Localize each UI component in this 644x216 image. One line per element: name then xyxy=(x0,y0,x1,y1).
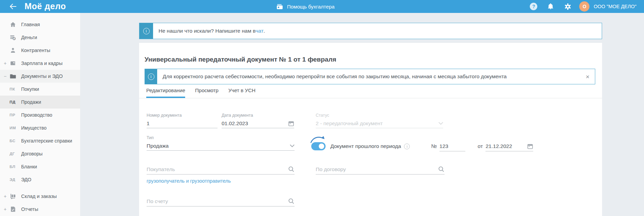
company-name[interactable]: ООО "МОЕ ДЕЛО" xyxy=(594,4,636,9)
document-date-input[interactable] xyxy=(222,120,286,127)
accountant-help-label: Помощь бухгалтера xyxy=(287,4,334,10)
calendar-icon[interactable] xyxy=(288,120,294,127)
info-icon: i xyxy=(145,69,157,84)
past-number-input[interactable] xyxy=(439,143,465,149)
document-number-field: Номер документа xyxy=(147,113,218,128)
buyer-search-input[interactable] xyxy=(147,166,286,172)
document-number-input[interactable] xyxy=(147,120,218,127)
status-select[interactable]: 2 - передаточный документ xyxy=(316,119,443,128)
contract-field xyxy=(316,164,445,175)
invoice-search-input[interactable] xyxy=(147,198,286,204)
close-icon[interactable]: × xyxy=(586,73,589,80)
expand-plus-icon[interactable]: + xyxy=(3,194,8,199)
home-icon xyxy=(10,21,16,28)
info-tooltip-icon[interactable]: i xyxy=(404,144,410,149)
type-field: Тип Продажа xyxy=(147,135,295,151)
sidebar-subitem-purchases[interactable]: ПК Покупки xyxy=(0,83,80,96)
search-icon[interactable] xyxy=(288,198,295,204)
cargo-parties-link[interactable]: грузополучатель и грузоотправитель xyxy=(147,178,231,184)
buyer-field xyxy=(147,164,295,175)
sidebar-subitem-property[interactable]: ИМ Имущество xyxy=(0,121,80,134)
chat-notice-text: Не нашли что искали? Напишите нам в чат. xyxy=(153,23,602,39)
app-logo[interactable]: Моё дело xyxy=(25,1,66,11)
accountant-help-button[interactable]: Помощь бухгалтера xyxy=(276,0,334,13)
contract-search-input[interactable] xyxy=(316,166,436,172)
help-icon[interactable]: ? xyxy=(529,2,538,11)
sidebar-nav: Главная ₽ Деньги Контрагенты + Зарплата … xyxy=(0,13,80,216)
settings-gear-icon[interactable] xyxy=(564,2,572,11)
accountant-help-icon xyxy=(276,3,284,10)
sidebar-item-money[interactable]: ₽ Деньги xyxy=(0,31,80,44)
warning-text: Для корректного расчета себестоимости, н… xyxy=(157,69,586,84)
header-right-group: ? O ООО "МОЕ ДЕЛО" xyxy=(529,0,636,13)
user-avatar[interactable]: O xyxy=(579,1,589,12)
search-icon[interactable] xyxy=(288,166,295,172)
past-period-row: Документ прошлого периода i № от xyxy=(311,139,533,153)
sidebar-item-warehouse[interactable]: + Склад и заказы xyxy=(0,190,80,203)
sidebar-subitem-production[interactable]: ПР Производство xyxy=(0,109,80,121)
past-date-field xyxy=(485,141,533,151)
sidebar-item-reports[interactable]: + Отчеты xyxy=(0,203,80,216)
document-date-field: Дата документа xyxy=(222,113,294,128)
tab-usn-accounting[interactable]: Учет в УСН xyxy=(228,87,256,98)
past-number-field xyxy=(439,141,465,151)
calendar-icon[interactable] xyxy=(527,143,533,149)
expand-plus-icon[interactable]: + xyxy=(3,206,8,212)
sidebar-subitem-sales[interactable]: ПД Продажи xyxy=(0,96,80,109)
warning-banner: i Для корректного расчета себестоимости,… xyxy=(145,69,595,84)
chat-notice-banner: i Не нашли что искали? Напишите нам в ча… xyxy=(139,23,602,39)
sidebar-item-home[interactable]: Главная xyxy=(0,18,80,31)
past-date-input[interactable] xyxy=(485,143,525,149)
chat-link[interactable]: чат xyxy=(256,28,264,34)
sidebar-subitem-contracts[interactable]: ДГ Договоры xyxy=(0,147,80,160)
money-icon: ₽ xyxy=(10,34,16,41)
status-field: Статус 2 - передаточный документ xyxy=(316,113,443,128)
document-card: Универсальный передаточный документ № 1 … xyxy=(139,43,602,216)
notifications-bell-icon[interactable] xyxy=(546,2,555,11)
tab-editing[interactable]: Редактирование xyxy=(146,87,185,98)
tab-view[interactable]: Просмотр xyxy=(195,87,219,98)
past-period-label: Документ прошлого периода xyxy=(330,143,401,149)
info-icon: i xyxy=(139,23,153,39)
sidebar-subitem-accounting-certificates[interactable]: БС Бухгалтерские справки xyxy=(0,134,80,147)
past-from-label: от xyxy=(478,143,483,149)
cursor-arrow-icon xyxy=(310,135,328,144)
past-period-toggle[interactable] xyxy=(311,142,326,150)
chevron-down-icon xyxy=(290,144,295,147)
sidebar-item-documents-edo[interactable]: − Документы и ЭДО xyxy=(0,70,80,83)
collapse-minus-icon[interactable]: − xyxy=(3,73,8,79)
search-icon[interactable] xyxy=(438,166,445,172)
sidebar-item-contractors[interactable]: Контрагенты xyxy=(0,44,80,57)
documents-icon xyxy=(10,73,16,80)
chevron-down-icon xyxy=(438,122,443,125)
top-header: Моё дело Помощь бухгалтера ? xyxy=(0,0,644,13)
reports-icon xyxy=(10,206,16,213)
salary-icon xyxy=(10,60,16,67)
sidebar-subitem-edo[interactable]: ЭД ЭДО xyxy=(0,173,80,186)
invoice-field xyxy=(147,196,295,206)
past-number-label: № xyxy=(431,143,437,149)
contractors-icon xyxy=(10,47,16,54)
warehouse-icon xyxy=(10,193,16,200)
page-title: Универсальный передаточный документ № 1 … xyxy=(145,56,336,63)
sidebar-subitem-forms[interactable]: БЛ Бланки xyxy=(0,160,80,173)
back-arrow-icon[interactable] xyxy=(9,3,17,10)
document-tabs: Редактирование Просмотр Учет в УСН xyxy=(139,87,602,98)
sidebar-item-salary[interactable]: + Зарплата и кадры xyxy=(0,57,80,70)
expand-plus-icon[interactable]: + xyxy=(3,61,8,66)
type-select[interactable]: Продажа xyxy=(147,141,295,151)
